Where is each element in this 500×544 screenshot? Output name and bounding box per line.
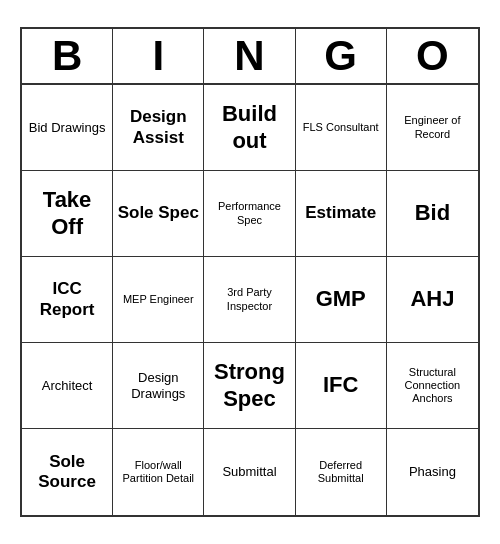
cell-text: Design Drawings — [116, 370, 200, 401]
bingo-cell: ICC Report — [22, 257, 113, 343]
header-letter: N — [204, 29, 295, 83]
bingo-cell: AHJ — [387, 257, 478, 343]
cell-text: Bid Drawings — [29, 120, 106, 136]
bingo-cell: Deferred Submittal — [296, 429, 387, 515]
bingo-cell: Sole Spec — [113, 171, 204, 257]
bingo-card: BINGO Bid DrawingsDesign AssistBuild out… — [20, 27, 480, 517]
cell-text: Take Off — [25, 187, 109, 240]
cell-text: Structural Connection Anchors — [390, 366, 475, 406]
cell-text: Deferred Submittal — [299, 459, 383, 485]
bingo-cell: GMP — [296, 257, 387, 343]
bingo-cell: Phasing — [387, 429, 478, 515]
bingo-cell: IFC — [296, 343, 387, 429]
cell-text: Floor/wall Partition Detail — [116, 459, 200, 485]
bingo-grid: Bid DrawingsDesign AssistBuild outFLS Co… — [22, 85, 478, 515]
bingo-cell: Architect — [22, 343, 113, 429]
cell-text: IFC — [323, 372, 358, 398]
cell-text: 3rd Party Inspector — [207, 286, 291, 312]
header-letter: G — [296, 29, 387, 83]
cell-text: FLS Consultant — [303, 121, 379, 134]
header-letter: B — [22, 29, 113, 83]
bingo-cell: Performance Spec — [204, 171, 295, 257]
cell-text: Bid — [415, 200, 450, 226]
cell-text: Performance Spec — [207, 200, 291, 226]
cell-text: Engineer of Record — [390, 114, 475, 140]
cell-text: MEP Engineer — [123, 293, 194, 306]
bingo-cell: Estimate — [296, 171, 387, 257]
cell-text: Sole Source — [25, 452, 109, 493]
header-letter: I — [113, 29, 204, 83]
bingo-cell: Sole Source — [22, 429, 113, 515]
cell-text: Phasing — [409, 464, 456, 480]
cell-text: Build out — [207, 101, 291, 154]
bingo-header: BINGO — [22, 29, 478, 85]
cell-text: Design Assist — [116, 107, 200, 148]
cell-text: ICC Report — [25, 279, 109, 320]
cell-text: Estimate — [305, 203, 376, 223]
bingo-cell: Strong Spec — [204, 343, 295, 429]
bingo-cell: Design Assist — [113, 85, 204, 171]
cell-text: AHJ — [410, 286, 454, 312]
bingo-cell: Take Off — [22, 171, 113, 257]
cell-text: GMP — [316, 286, 366, 312]
bingo-cell: 3rd Party Inspector — [204, 257, 295, 343]
bingo-cell: FLS Consultant — [296, 85, 387, 171]
cell-text: Submittal — [222, 464, 276, 480]
bingo-cell: Bid Drawings — [22, 85, 113, 171]
cell-text: Sole Spec — [118, 203, 199, 223]
bingo-cell: Design Drawings — [113, 343, 204, 429]
cell-text: Strong Spec — [207, 359, 291, 412]
bingo-cell: Floor/wall Partition Detail — [113, 429, 204, 515]
bingo-cell: Structural Connection Anchors — [387, 343, 478, 429]
header-letter: O — [387, 29, 478, 83]
bingo-cell: Build out — [204, 85, 295, 171]
bingo-cell: Bid — [387, 171, 478, 257]
bingo-cell: MEP Engineer — [113, 257, 204, 343]
bingo-cell: Engineer of Record — [387, 85, 478, 171]
cell-text: Architect — [42, 378, 93, 394]
bingo-cell: Submittal — [204, 429, 295, 515]
